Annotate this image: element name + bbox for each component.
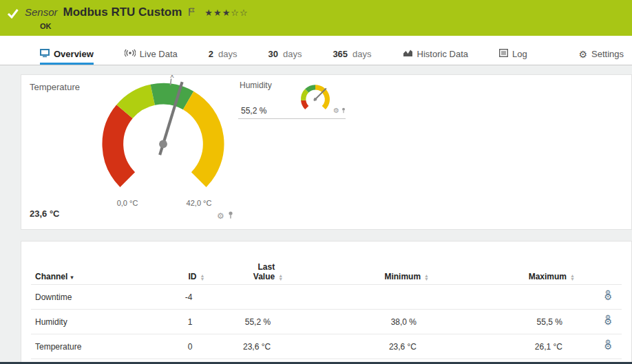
tab-label-number: 30 xyxy=(268,49,277,59)
sort-caret-icon: ▾ xyxy=(70,274,74,281)
sensor-header: Sensor Modbus RTU Custom ★★★☆☆ OK xyxy=(0,0,632,36)
sort-arrows-icon: ▲▼ xyxy=(570,274,575,281)
channel-id: -4 xyxy=(152,285,209,310)
channel-id: 0 xyxy=(152,334,209,359)
tab-label-word: days xyxy=(283,49,302,59)
tab-settings[interactable]: ⚙ Settings xyxy=(578,36,624,65)
channel-settings-icon[interactable]: ⚙⚙ xyxy=(598,292,612,302)
tab-label-number: 2 xyxy=(209,49,213,59)
tab-overview[interactable]: Overview xyxy=(40,36,94,65)
temperature-gauge-label: Temperature xyxy=(30,82,80,92)
temperature-gauge-min: 0,0 °C xyxy=(104,199,151,207)
tab-label: Settings xyxy=(591,49,624,59)
tab-live-data[interactable]: Live Data xyxy=(125,36,178,65)
tab-2-days[interactable]: 2 days xyxy=(209,36,238,65)
channels-table: Channel▾ ID▲▼ Last Value▲▼ Minimum▲▼ Max… xyxy=(31,259,622,359)
sensor-type-label: Sensor xyxy=(25,6,58,18)
live-data-icon xyxy=(125,49,136,59)
tab-label: Historic Data xyxy=(417,49,468,59)
column-header-id[interactable]: ID▲▼ xyxy=(152,259,209,285)
sensor-status: OK xyxy=(40,22,249,30)
historic-data-icon xyxy=(403,49,413,59)
channel-minimum: 23,6 °C xyxy=(287,334,433,359)
status-ok-check-icon xyxy=(7,8,19,21)
humidity-gauge-label: Humidity xyxy=(240,81,272,90)
sensor-header-text: Sensor Modbus RTU Custom ★★★☆☆ OK xyxy=(25,6,249,30)
humidity-mini-panel: Humidity 55,2 % ⚙ xyxy=(238,81,346,119)
flag-icon[interactable] xyxy=(189,6,195,19)
table-row: Temperature 0 23,6 °C 23,6 °C 26,1 °C ⚙⚙ xyxy=(31,334,622,359)
temperature-gauge-max: 42,0 °C xyxy=(176,199,222,207)
table-row: Downtime -4 ⚙⚙ xyxy=(31,285,622,310)
sensor-title: Modbus RTU Custom xyxy=(63,6,182,19)
tab-label: Live Data xyxy=(140,49,178,59)
column-header-minimum[interactable]: Minimum▲▼ xyxy=(287,259,433,285)
channel-minimum xyxy=(287,285,433,310)
mean-marker-label: x̄ xyxy=(170,74,174,79)
column-header-channel[interactable]: Channel▾ xyxy=(31,259,152,285)
channel-maximum: 26,1 °C xyxy=(433,334,579,359)
gauges-panel: Temperature x̄ 0,0 °C 42,0 °C 23,6 °C ⚙ … xyxy=(21,74,632,230)
column-header-actions xyxy=(579,259,622,285)
settings-gear-icon: ⚙ xyxy=(578,49,587,60)
channel-name: Temperature xyxy=(31,334,152,359)
tab-365-days[interactable]: 365 days xyxy=(333,36,371,65)
channel-name: Humidity xyxy=(31,310,152,334)
temperature-gauge: x̄ xyxy=(82,74,244,201)
tab-label: Overview xyxy=(54,49,94,59)
priority-stars[interactable]: ★★★☆☆ xyxy=(204,8,248,18)
channels-panel: Channel▾ ID▲▼ Last Value▲▼ Minimum▲▼ Max… xyxy=(21,241,632,364)
tab-label-word: days xyxy=(352,49,371,59)
tab-historic-data[interactable]: Historic Data xyxy=(403,36,468,65)
temperature-gauge-value: 23,6 °C xyxy=(30,208,60,219)
sort-arrows-icon: ▲▼ xyxy=(278,274,283,281)
tab-label-word: days xyxy=(218,49,237,59)
channel-maximum xyxy=(433,285,579,310)
humidity-gauge-pin-icon[interactable] xyxy=(341,104,346,116)
temperature-gauge-pin-icon[interactable] xyxy=(228,211,233,221)
humidity-gauge-value: 55,2 % xyxy=(241,106,266,116)
humidity-gauge-settings-icon[interactable]: ⚙ xyxy=(333,107,339,114)
humidity-gauge xyxy=(296,82,335,111)
tab-bar: Overview Live Data 2 days 30 days 365 da… xyxy=(0,36,632,65)
channel-last-value: 55,2 % xyxy=(209,310,287,334)
table-row: Humidity 1 55,2 % 38,0 % 55,5 % ⚙⚙ xyxy=(31,310,622,334)
tab-label-number: 365 xyxy=(333,49,348,59)
channel-settings-icon[interactable]: ⚙⚙ xyxy=(598,341,612,352)
tab-log[interactable]: Log xyxy=(499,36,527,65)
tab-30-days[interactable]: 30 days xyxy=(268,36,302,65)
channel-minimum: 38,0 % xyxy=(287,310,433,334)
sort-arrows-icon: ▲▼ xyxy=(424,274,429,281)
channel-name: Downtime xyxy=(31,285,152,310)
temperature-gauge-settings-icon[interactable]: ⚙ xyxy=(217,211,224,221)
overview-icon xyxy=(40,49,50,60)
table-header-row: Channel▾ ID▲▼ Last Value▲▼ Minimum▲▼ Max… xyxy=(31,259,622,285)
channel-settings-icon[interactable]: ⚙⚙ xyxy=(598,317,612,327)
log-icon xyxy=(499,49,508,59)
channel-maximum: 55,5 % xyxy=(433,310,579,334)
sort-arrows-icon: ▲▼ xyxy=(200,274,204,281)
column-header-last-value[interactable]: Last Value▲▼ xyxy=(209,259,287,285)
channel-last-value xyxy=(209,285,287,310)
tab-label: Log xyxy=(512,49,527,59)
channel-last-value: 23,6 °C xyxy=(209,334,287,359)
channel-id: 1 xyxy=(152,310,209,334)
column-header-maximum[interactable]: Maximum▲▼ xyxy=(433,259,579,285)
